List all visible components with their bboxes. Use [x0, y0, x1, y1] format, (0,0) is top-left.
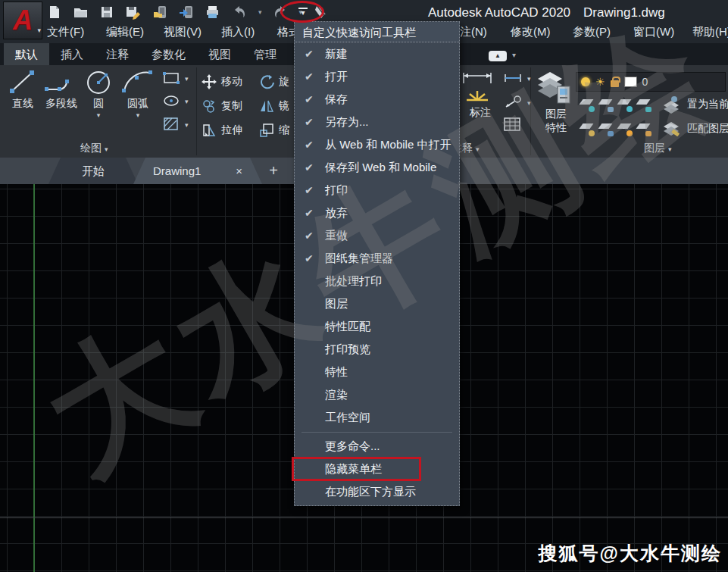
menu-item-more-commands[interactable]: 更多命令... [295, 435, 459, 458]
menu-item-match-properties[interactable]: ✔特性匹配 [295, 315, 459, 338]
layer-walk-icon[interactable] [599, 120, 614, 138]
menu-window[interactable]: 窗口(W) [633, 25, 674, 39]
make-current-icon [662, 95, 680, 114]
tool-stretch[interactable]: 拉伸 [202, 123, 242, 138]
open-from-web-mobile-icon[interactable] [152, 4, 168, 20]
menu-item-open[interactable]: ✔打开 [295, 65, 459, 88]
menu-parametric[interactable]: 参数(P) [573, 25, 611, 39]
menu-item-layer[interactable]: ✔图层 [295, 292, 459, 315]
arc-dropdown-icon[interactable]: ▾ [118, 111, 158, 119]
tool-circle[interactable]: 圆 ▾ [83, 68, 114, 119]
checkmark-icon: ✔ [305, 139, 325, 151]
tool-rectangle[interactable]: ▾ [162, 71, 189, 85]
tool-leader[interactable]: ▾ [503, 95, 531, 109]
open-folder-icon[interactable] [72, 4, 89, 20]
layer-on-bulb-icon[interactable] [581, 77, 590, 86]
ribbon-minimize-button[interactable]: ▲ [489, 51, 507, 61]
save-as-icon[interactable] [125, 4, 142, 20]
ribbon-minimize-caret-icon[interactable]: ▾ [512, 51, 516, 59]
layer-lock-icon[interactable] [637, 95, 652, 114]
arc-icon [118, 68, 158, 95]
menu-file[interactable]: 文件(F) [47, 25, 84, 39]
mirror-icon [259, 98, 274, 114]
tool-linear-dimension[interactable]: ▾ [503, 73, 531, 83]
rectangle-dropdown-icon[interactable]: ▾ [185, 75, 189, 83]
menu-help[interactable]: 帮助(H) [692, 25, 728, 39]
save-icon[interactable] [98, 4, 115, 20]
menu-item-hide-menu-bar[interactable]: 隐藏菜单栏 [295, 458, 459, 480]
dimension-dropdown-icon[interactable]: ▾ [527, 75, 531, 83]
tool-layer-properties[interactable]: 图层 特性 [535, 68, 577, 135]
menu-view[interactable]: 视图(V) [164, 25, 202, 39]
tool-move[interactable]: 移动 [202, 74, 242, 89]
undo-icon[interactable] [231, 4, 248, 20]
ribbon-tab-parametric[interactable]: 参数化 [140, 43, 197, 65]
layer-select-dropdown[interactable]: ☀ 0 [576, 72, 726, 92]
tool-table[interactable] [503, 117, 521, 132]
ellipse-dropdown-icon[interactable]: ▾ [185, 98, 189, 105]
layer-unlock-mini-icon[interactable] [637, 120, 652, 138]
layer-isolate-icon[interactable] [599, 95, 614, 114]
menu-item-plot[interactable]: ✔打印 [295, 179, 459, 202]
menu-item-batch-plot[interactable]: ✔批处理打印 [295, 270, 459, 292]
annotation-ellipse [280, 1, 324, 23]
credit-text: 搜狐号@大水牛测绘 [539, 541, 722, 566]
menu-item-show-below-ribbon[interactable]: 在功能区下方显示 [295, 480, 459, 503]
layer-thaw-sun-icon[interactable]: ☀ [595, 77, 605, 87]
new-file-icon[interactable] [45, 4, 62, 20]
hatch-dropdown-icon[interactable]: ▾ [185, 121, 189, 129]
menu-item-save-as[interactable]: ✔另存为... [295, 111, 459, 133]
autocad-window: A ▾ [0, 0, 728, 572]
ribbon-tab-manage[interactable]: 管理 [242, 43, 288, 65]
layer-unlock-icon[interactable] [611, 80, 619, 87]
ribbon-tab-annotate[interactable]: 注释 [95, 43, 140, 65]
menu-edit[interactable]: 编辑(E) [106, 25, 144, 39]
new-drawing-tab-button[interactable]: + [265, 161, 282, 180]
tool-ellipse[interactable]: ▾ [162, 94, 189, 108]
menu-item-new[interactable]: ✔新建 [295, 42, 459, 65]
checkmark-icon: ✔ [305, 207, 325, 219]
match-layer-label[interactable]: 匹配图层 [687, 122, 728, 136]
tab-drawing1[interactable]: Drawing1 × [133, 158, 262, 184]
layer-on-icon[interactable] [580, 120, 595, 138]
tool-scale[interactable]: 缩 [259, 123, 289, 138]
menu-item-workspace[interactable]: ✔工作空间 [295, 406, 459, 429]
layer-freeze-icon[interactable] [618, 95, 633, 114]
menu-insert[interactable]: 插入(I) [221, 25, 255, 39]
make-current-label[interactable]: 置为当前 [687, 98, 728, 111]
tool-hatch[interactable]: ▾ [162, 117, 189, 132]
draw-panel-label[interactable]: 绘图 ▾ [80, 142, 108, 155]
annotation-highlight-box [292, 457, 421, 481]
circle-dropdown-icon[interactable]: ▾ [83, 111, 114, 119]
ribbon-tab-home[interactable]: 默认 [4, 43, 49, 65]
menu-modify[interactable]: 修改(M) [511, 25, 551, 39]
tool-copy[interactable]: 复制 [202, 98, 242, 114]
tool-rotate[interactable]: 旋 [259, 74, 289, 89]
save-to-web-mobile-icon[interactable] [178, 4, 195, 20]
tool-arc[interactable]: 圆弧 ▾ [118, 68, 158, 119]
menu-item-plot-preview[interactable]: ✔打印预览 [295, 338, 459, 361]
tab-start[interactable]: 开始 [48, 158, 138, 184]
undo-dropdown-icon[interactable]: ▾ [258, 8, 262, 16]
menu-item-undo[interactable]: ✔放弃 [295, 202, 459, 224]
tool-line[interactable]: 直线 [6, 68, 39, 111]
menu-item-save-web-mobile[interactable]: ✔保存到 Web 和 Mobile [295, 156, 459, 179]
menu-item-redo[interactable]: ✔重做 [295, 224, 459, 247]
menu-item-properties[interactable]: ✔特性 [295, 361, 459, 383]
layer-color-swatch[interactable] [624, 77, 637, 87]
menu-item-save[interactable]: ✔保存 [295, 88, 459, 111]
leader-dropdown-icon[interactable]: ▾ [527, 99, 531, 107]
ribbon-tab-insert[interactable]: 插入 [49, 43, 95, 65]
layer-thaw-icon[interactable] [618, 120, 633, 138]
print-icon[interactable] [205, 4, 221, 20]
tool-dimension[interactable]: 标注 [461, 68, 500, 120]
tool-mirror[interactable]: 镜 [259, 98, 289, 114]
menu-item-open-web-mobile[interactable]: ✔从 Web 和 Mobile 中打开 [295, 133, 459, 156]
close-tab-icon[interactable]: × [236, 158, 242, 184]
tool-polyline[interactable]: 多段线 [41, 68, 82, 111]
menu-item-sheet-set-manager[interactable]: ✔图纸集管理器 [295, 247, 459, 270]
ribbon-tab-view[interactable]: 视图 [197, 43, 242, 65]
layer-off-icon[interactable] [580, 95, 595, 114]
menu-item-render[interactable]: ✔渲染 [295, 383, 459, 406]
layer-panel-label[interactable]: 图层 ▾ [644, 142, 671, 155]
